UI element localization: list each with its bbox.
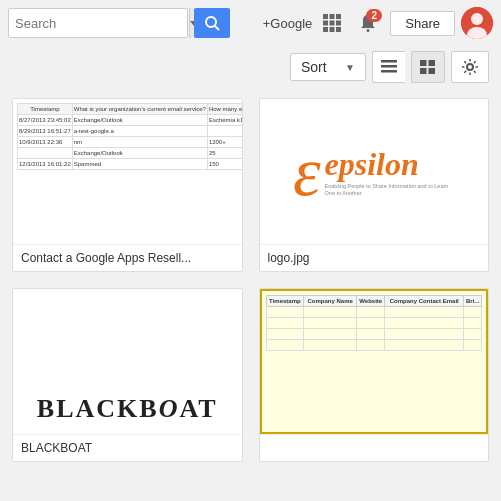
svg-rect-3 bbox=[330, 14, 335, 19]
file-label-blackboat: BLACKBOAT bbox=[13, 434, 242, 461]
file-thumbnail-logo: ε epsilon Enabling People to Share Infor… bbox=[260, 99, 489, 244]
file-label-logo: logo.jpg bbox=[260, 244, 489, 271]
file-card-spreadsheet2[interactable]: Timestamp Company Name Website Company C… bbox=[259, 288, 490, 462]
svg-rect-6 bbox=[330, 21, 335, 26]
search-button[interactable] bbox=[194, 8, 230, 38]
sort-label: Sort bbox=[301, 59, 327, 75]
svg-point-0 bbox=[206, 17, 216, 27]
svg-rect-2 bbox=[323, 14, 328, 19]
svg-point-13 bbox=[471, 13, 483, 25]
notification-badge: 2 bbox=[366, 9, 382, 22]
svg-rect-17 bbox=[381, 70, 397, 73]
svg-rect-8 bbox=[323, 27, 328, 32]
file-card-logo[interactable]: ε epsilon Enabling People to Share Infor… bbox=[259, 98, 490, 272]
svg-point-22 bbox=[467, 64, 473, 70]
svg-rect-19 bbox=[429, 60, 436, 66]
file-label-spreadsheet2 bbox=[260, 434, 489, 447]
search-input[interactable] bbox=[9, 16, 189, 31]
svg-point-11 bbox=[367, 29, 370, 32]
svg-rect-20 bbox=[420, 68, 427, 74]
epsilon-logo: ε epsilon Enabling People to Share Infor… bbox=[293, 137, 455, 207]
apps-icon[interactable] bbox=[318, 9, 346, 37]
file-card-blackboat[interactable]: BLACKBOAT BLACKBOAT bbox=[12, 288, 243, 462]
grid-view-button[interactable] bbox=[411, 51, 445, 83]
sort-button[interactable]: Sort ▼ bbox=[290, 53, 366, 81]
svg-line-1 bbox=[215, 26, 219, 30]
sort-arrow-icon: ▼ bbox=[345, 62, 355, 73]
avatar[interactable] bbox=[461, 7, 493, 39]
svg-rect-10 bbox=[336, 27, 341, 32]
file-thumbnail-blackboat: BLACKBOAT bbox=[13, 289, 242, 434]
google-plus-link[interactable]: +Google bbox=[263, 16, 313, 31]
svg-rect-9 bbox=[330, 27, 335, 32]
search-container bbox=[8, 8, 188, 38]
file-label-spreadsheet: Contact a Google Apps Resell... bbox=[13, 244, 242, 271]
file-thumbnail-spreadsheet2: Timestamp Company Name Website Company C… bbox=[260, 289, 489, 434]
svg-rect-21 bbox=[429, 68, 436, 74]
svg-rect-4 bbox=[336, 14, 341, 19]
epsilon-tagline: Enabling People to Share Information and… bbox=[325, 183, 455, 197]
notification-button[interactable]: 2 bbox=[352, 7, 384, 39]
svg-rect-16 bbox=[381, 65, 397, 68]
files-grid: Timestamp What is your organization's cu… bbox=[0, 88, 501, 472]
svg-rect-15 bbox=[381, 60, 397, 63]
svg-rect-7 bbox=[336, 21, 341, 26]
svg-rect-5 bbox=[323, 21, 328, 26]
file-thumbnail-spreadsheet: Timestamp What is your organization's cu… bbox=[13, 99, 242, 244]
blackboat-text: BLACKBOAT bbox=[37, 394, 218, 424]
epsilon-name: epsilon bbox=[325, 146, 455, 183]
topbar: +Google 2 Share bbox=[0, 0, 501, 46]
list-view-button[interactable] bbox=[372, 51, 405, 83]
toolbar: Sort ▼ bbox=[0, 46, 501, 88]
file-card-spreadsheet[interactable]: Timestamp What is your organization's cu… bbox=[12, 98, 243, 272]
epsilon-symbol: ε bbox=[293, 137, 321, 207]
share-button[interactable]: Share bbox=[390, 11, 455, 36]
svg-rect-18 bbox=[420, 60, 427, 66]
settings-button[interactable] bbox=[451, 51, 489, 83]
